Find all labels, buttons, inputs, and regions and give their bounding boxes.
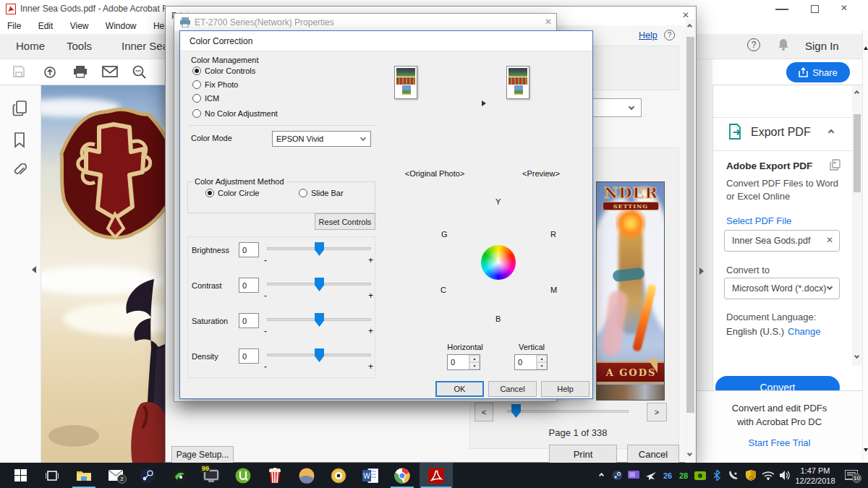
print-scrollbar-thumb[interactable]	[686, 37, 694, 413]
radio-no-color-adjustment[interactable]: No Color Adjustment	[192, 109, 278, 118]
start-free-trial-link[interactable]: Start Free Trial	[697, 437, 862, 448]
page-slider-track[interactable]	[507, 410, 629, 413]
next-page-button[interactable]: >	[647, 403, 667, 421]
start-button[interactable]	[6, 463, 35, 488]
color-mode-dropdown[interactable]: EPSON Vivid	[272, 131, 371, 147]
file-explorer-button[interactable]	[69, 463, 98, 488]
tray-dish-icon[interactable]	[725, 463, 742, 488]
tray-nvidia-icon[interactable]	[692, 463, 709, 488]
tray-bluetooth-icon[interactable]	[709, 463, 725, 488]
cc-help-button[interactable]: Help	[541, 381, 590, 397]
help-icon[interactable]: ?	[747, 38, 760, 51]
convert-to-dropdown[interactable]: Microsoft Word (*.docx)	[724, 278, 840, 299]
tray-wifi-icon[interactable]	[760, 463, 777, 488]
vertical-spinner[interactable]: 0 ▲ ▼	[514, 354, 548, 370]
tray-display-icon[interactable]	[625, 463, 642, 488]
ok-button[interactable]: OK	[435, 381, 484, 397]
tray-stat-green[interactable]: 28	[676, 463, 692, 488]
density-input[interactable]: 0	[239, 348, 259, 364]
minimize-icon[interactable]	[775, 9, 788, 10]
menu-view[interactable]: View	[70, 21, 89, 31]
collapse-panel-icon[interactable]	[32, 266, 36, 273]
close-icon[interactable]: ✕	[841, 3, 848, 13]
radio-icm[interactable]: ICM	[192, 94, 219, 103]
upload-cloud-icon[interactable]	[42, 64, 58, 79]
bell-icon[interactable]	[777, 38, 790, 52]
document-scrollbar[interactable]	[862, 30, 868, 463]
print-help-link[interactable]: Help	[639, 30, 658, 40]
popcorn-time-button[interactable]	[260, 463, 289, 488]
radio-color-controls[interactable]: Color Controls	[192, 67, 255, 75]
spin-up-icon[interactable]: ▲	[469, 355, 480, 362]
cc-cancel-button[interactable]: Cancel	[488, 381, 537, 397]
menu-window[interactable]: Window	[106, 21, 137, 31]
scroll-down-icon[interactable]	[687, 451, 692, 456]
attachments-icon[interactable]	[12, 163, 28, 181]
doc-scroll-down-icon[interactable]	[864, 448, 868, 452]
expand-panel-icon[interactable]	[699, 267, 704, 275]
save-icon[interactable]	[12, 64, 26, 79]
chevron-up-icon[interactable]	[828, 129, 834, 135]
tray-jet-icon[interactable]	[642, 463, 660, 488]
reset-controls-button[interactable]: Reset Controls	[315, 213, 375, 230]
email-icon[interactable]	[101, 64, 119, 79]
page-setup-button[interactable]: Page Setup...	[171, 446, 234, 463]
tab-home[interactable]: Home	[16, 40, 45, 52]
menu-file[interactable]: File	[7, 21, 21, 31]
properties-close-icon[interactable]: ✕	[545, 17, 552, 27]
horizontal-spinner[interactable]: 0 ▲ ▼	[447, 354, 480, 370]
scroll-down-icon[interactable]	[854, 354, 859, 359]
print-button[interactable]: Print	[549, 445, 617, 463]
search-zoom-icon[interactable]	[132, 64, 148, 80]
clock[interactable]: 1:47 PM 12/22/2018	[793, 463, 838, 488]
panel-title[interactable]: Export PDF	[751, 126, 811, 139]
select-pdf-file-link[interactable]: Select PDF File	[726, 215, 791, 226]
tab-tools[interactable]: Tools	[67, 40, 92, 52]
print-close-icon[interactable]: ✕	[682, 10, 689, 20]
contrast-input[interactable]: 0	[239, 278, 259, 293]
color-wheel[interactable]	[481, 245, 516, 280]
menu-edit[interactable]: Edit	[38, 21, 54, 31]
green-orb-app-button[interactable]	[165, 463, 194, 488]
prev-page-button[interactable]: <	[475, 403, 493, 421]
mail-button[interactable]: 2	[101, 463, 130, 488]
steam-button[interactable]	[133, 463, 162, 488]
tab-document[interactable]: Inner Sea	[122, 40, 169, 52]
radio-slide-bar[interactable]: Slide Bar	[299, 189, 344, 197]
doc-scroll-up-icon[interactable]	[864, 46, 868, 50]
tray-defender-icon[interactable]	[742, 463, 760, 488]
print-help-icon[interactable]: ?	[664, 30, 675, 40]
scroll-up-icon[interactable]	[687, 24, 692, 29]
print-icon[interactable]	[72, 64, 88, 79]
tray-overflow-button[interactable]	[593, 463, 609, 488]
spin-down-icon[interactable]: ▼	[469, 362, 480, 369]
fps-monitor-button[interactable]: 99	[197, 463, 226, 488]
disc-tool-button[interactable]	[324, 463, 353, 488]
print-scrollbar[interactable]	[685, 20, 696, 463]
word-button[interactable]: W	[356, 463, 385, 488]
maximize-icon[interactable]	[811, 5, 819, 13]
spin-up-icon[interactable]: ▲	[537, 355, 547, 362]
acrobat-button[interactable]	[420, 463, 453, 488]
tray-steam-icon[interactable]	[609, 463, 625, 488]
share-button[interactable]: Share	[786, 62, 850, 82]
scroll-up-icon[interactable]	[854, 90, 859, 95]
action-center-button[interactable]: 10	[839, 463, 864, 488]
task-view-button[interactable]	[38, 463, 67, 488]
change-language-link[interactable]: Change	[788, 326, 821, 337]
tray-volume-icon[interactable]	[777, 463, 793, 488]
utorrent-button[interactable]	[229, 463, 258, 488]
orb-app-button[interactable]	[292, 463, 321, 488]
radio-fix-photo[interactable]: Fix Photo	[192, 80, 238, 89]
panel-scrollbar-thumb[interactable]	[854, 114, 861, 192]
panel-scrollbar[interactable]	[852, 85, 862, 366]
saturation-input[interactable]: 0	[239, 313, 259, 328]
tray-stat-blue[interactable]: 26	[660, 463, 676, 488]
chrome-button[interactable]	[388, 463, 417, 488]
radio-color-circle[interactable]: Color Circle	[205, 189, 259, 197]
page-thumbnails-icon[interactable]	[12, 100, 28, 117]
spin-down-icon[interactable]: ▼	[537, 362, 547, 369]
bookmarks-icon[interactable]	[12, 132, 27, 149]
sign-in-button[interactable]: Sign In	[805, 40, 839, 52]
clear-file-icon[interactable]: ✕	[826, 235, 833, 245]
